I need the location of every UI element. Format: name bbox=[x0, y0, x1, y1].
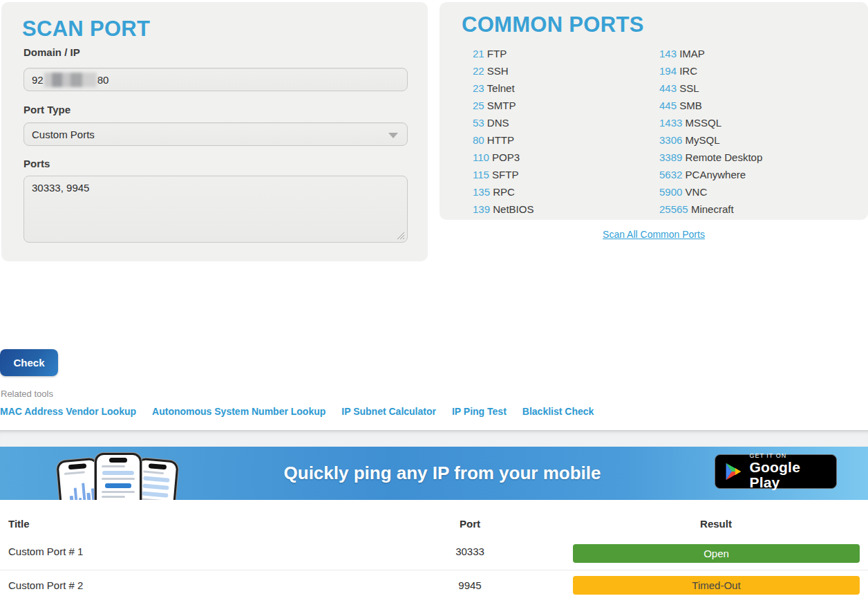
port-name: FTP bbox=[487, 48, 507, 59]
port-scanner-page: SCAN PORT Domain / IP 92 80 Port Type Cu… bbox=[0, 0, 868, 605]
domain-ip-input[interactable]: 92 80 bbox=[23, 68, 408, 91]
port-number: 25565 bbox=[659, 203, 688, 215]
common-ports-column-left: 21 FTP 22 SSH 23 Telnet 25 SMTP 53 DNS 8… bbox=[473, 45, 534, 218]
check-button[interactable]: Check bbox=[0, 349, 58, 376]
common-ports-title: COMMON PORTS bbox=[462, 12, 644, 37]
phones-mockup-image bbox=[59, 450, 176, 500]
common-port-item[interactable]: 115 SFTP bbox=[473, 166, 534, 183]
common-port-item[interactable]: 110 POP3 bbox=[473, 149, 534, 166]
common-ports-column-right: 143 IMAP 194 IRC 443 SSL 445 SMB 1433 MS… bbox=[659, 45, 762, 218]
common-port-item[interactable]: 5632 PCAnywhere bbox=[659, 166, 762, 183]
port-number: 135 bbox=[473, 186, 490, 198]
result-row-port: 30333 bbox=[435, 546, 504, 557]
port-name: Telnet bbox=[487, 82, 515, 94]
badge-google-play: Google Play bbox=[749, 460, 827, 490]
port-number: 25 bbox=[473, 100, 484, 111]
port-number: 115 bbox=[473, 169, 489, 180]
port-name: MSSQL bbox=[686, 117, 722, 129]
port-number: 1433 bbox=[659, 117, 682, 129]
phone-mockup bbox=[95, 453, 142, 500]
common-ports-panel: COMMON PORTS 21 FTP 22 SSH 23 Telnet 25 … bbox=[440, 2, 868, 220]
port-name: RPC bbox=[493, 186, 515, 198]
mobile-app-banner: Quickly ping any IP from your mobile GET… bbox=[0, 447, 868, 500]
related-tools-links: MAC Address Vendor Lookup Autonomous Sys… bbox=[0, 406, 594, 417]
result-badge-timed-out: Timed-Out bbox=[573, 576, 860, 595]
port-name: MySQL bbox=[686, 134, 720, 146]
ports-label: Ports bbox=[23, 158, 50, 169]
domain-ip-label: Domain / IP bbox=[23, 46, 80, 58]
result-row-title: Custom Port # 1 bbox=[8, 546, 83, 557]
common-port-item[interactable]: 135 RPC bbox=[473, 183, 534, 201]
port-number: 5632 bbox=[659, 169, 682, 180]
result-badge-open: Open bbox=[573, 544, 860, 563]
port-name: DNS bbox=[487, 117, 509, 129]
redacted-ip-segment bbox=[44, 73, 97, 87]
banner-headline: Quickly ping any IP from your mobile bbox=[284, 463, 601, 484]
domain-ip-value-suffix: 80 bbox=[97, 74, 109, 86]
result-row-port: 9945 bbox=[435, 579, 504, 591]
common-port-item[interactable]: 21 FTP bbox=[473, 45, 534, 62]
port-name: NetBIOS bbox=[493, 203, 534, 215]
common-port-item[interactable]: 22 SSH bbox=[473, 62, 534, 80]
scan-all-common-ports-link[interactable]: Scan All Common Ports bbox=[440, 229, 868, 240]
common-port-item[interactable]: 23 Telnet bbox=[473, 80, 534, 97]
port-name: SMB bbox=[679, 100, 702, 111]
google-play-icon bbox=[724, 461, 742, 482]
port-number: 53 bbox=[473, 117, 484, 129]
link-blacklist-check[interactable]: Blacklist Check bbox=[522, 406, 594, 417]
port-name: POP3 bbox=[492, 151, 520, 163]
port-number: 194 bbox=[659, 65, 677, 77]
column-header-port: Port bbox=[435, 518, 504, 530]
common-port-item[interactable]: 143 IMAP bbox=[659, 45, 762, 62]
port-number: 80 bbox=[473, 134, 484, 146]
google-play-badge-text: GET IT ON Google Play bbox=[749, 453, 827, 490]
link-ip-ping-test[interactable]: IP Ping Test bbox=[452, 406, 507, 417]
common-port-item[interactable]: 139 NetBIOS bbox=[473, 201, 534, 218]
port-name: HTTP bbox=[487, 134, 514, 146]
scan-port-panel: SCAN PORT Domain / IP 92 80 Port Type Cu… bbox=[1, 2, 428, 261]
port-name: IMAP bbox=[679, 48, 705, 59]
port-number: 143 bbox=[659, 48, 677, 59]
port-name: IRC bbox=[679, 65, 697, 77]
common-port-item[interactable]: 3389 Remote Desktop bbox=[659, 149, 762, 166]
common-port-item[interactable]: 445 SMB bbox=[659, 97, 762, 114]
link-mac-address-vendor-lookup[interactable]: MAC Address Vendor Lookup bbox=[0, 406, 136, 417]
ports-value: 30333, 9945 bbox=[32, 182, 89, 194]
common-port-item[interactable]: 80 HTTP bbox=[473, 131, 534, 149]
port-number: 445 bbox=[659, 100, 677, 111]
domain-ip-value-prefix: 92 bbox=[32, 74, 44, 86]
link-asn-lookup[interactable]: Autonomous System Number Lookup bbox=[152, 406, 326, 417]
column-header-title: Title bbox=[8, 518, 30, 530]
google-play-badge[interactable]: GET IT ON Google Play bbox=[715, 454, 837, 489]
common-port-item[interactable]: 5900 VNC bbox=[659, 183, 762, 201]
port-number: 3306 bbox=[659, 134, 682, 146]
common-port-item[interactable]: 53 DNS bbox=[473, 114, 534, 131]
port-name: SSH bbox=[487, 65, 509, 77]
common-port-item[interactable]: 25 SMTP bbox=[473, 97, 534, 114]
related-tools-label: Related tools bbox=[1, 389, 53, 399]
chevron-down-icon bbox=[388, 133, 398, 138]
common-port-item[interactable]: 194 IRC bbox=[659, 62, 762, 80]
row-divider bbox=[0, 570, 868, 570]
resize-handle-icon[interactable] bbox=[397, 232, 405, 240]
port-number: 110 bbox=[473, 151, 489, 163]
column-header-result: Result bbox=[647, 518, 785, 530]
port-number: 23 bbox=[473, 82, 484, 94]
port-number: 22 bbox=[473, 65, 484, 77]
port-number: 21 bbox=[473, 48, 484, 59]
port-name: VNC bbox=[686, 186, 708, 198]
common-port-item[interactable]: 443 SSL bbox=[659, 80, 762, 97]
common-port-item[interactable]: 3306 MySQL bbox=[659, 131, 762, 149]
link-ip-subnet-calculator[interactable]: IP Subnet Calculator bbox=[341, 406, 436, 417]
section-divider bbox=[0, 430, 868, 447]
port-type-select[interactable]: Custom Ports bbox=[23, 122, 408, 146]
common-port-item[interactable]: 1433 MSSQL bbox=[659, 114, 762, 131]
port-number: 3389 bbox=[659, 151, 682, 163]
ports-textarea[interactable]: 30333, 9945 bbox=[23, 176, 408, 243]
common-port-item[interactable]: 25565 Minecraft bbox=[659, 201, 762, 218]
result-row-title: Custom Port # 2 bbox=[8, 579, 83, 591]
port-number: 443 bbox=[659, 82, 677, 94]
port-name: Remote Desktop bbox=[686, 151, 763, 163]
port-name: SSL bbox=[679, 82, 699, 94]
port-name: SFTP bbox=[492, 169, 518, 180]
